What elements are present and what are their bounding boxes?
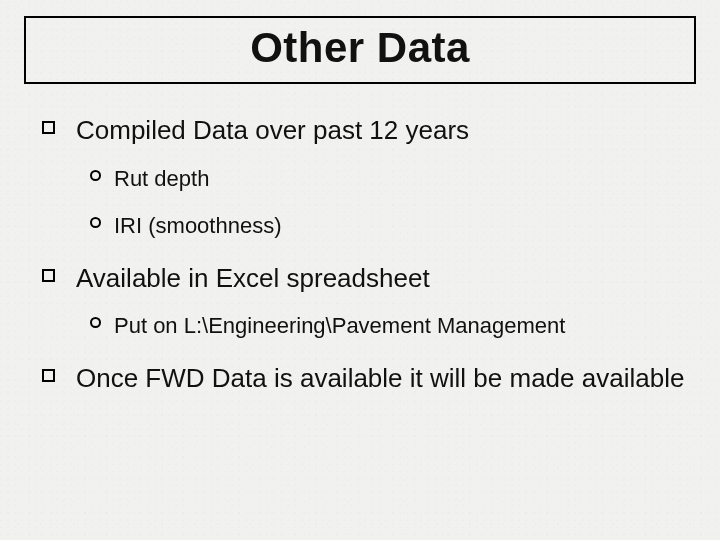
list-item: Compiled Data over past 12 years Rut dep… <box>42 114 688 240</box>
list-item-label: Available in Excel spreadsheet <box>76 263 430 293</box>
list-item: IRI (smoothness) <box>90 212 688 240</box>
list-item: Once FWD Data is available it will be ma… <box>42 362 688 395</box>
bullet-list: Compiled Data over past 12 years Rut dep… <box>24 114 696 394</box>
title-frame: Other Data <box>24 16 696 84</box>
list-item-label: Once FWD Data is available it will be ma… <box>76 363 684 393</box>
list-item-label: Put on L:\Engineering\Pavement Managemen… <box>114 313 565 338</box>
sub-list: Put on L:\Engineering\Pavement Managemen… <box>76 312 688 340</box>
slide: Other Data Compiled Data over past 12 ye… <box>0 0 720 540</box>
list-item: Put on L:\Engineering\Pavement Managemen… <box>90 312 688 340</box>
list-item: Rut depth <box>90 165 688 193</box>
sub-list: Rut depth IRI (smoothness) <box>76 165 688 240</box>
list-item-label: Compiled Data over past 12 years <box>76 115 469 145</box>
list-item: Available in Excel spreadsheet Put on L:… <box>42 262 688 340</box>
list-item-label: IRI (smoothness) <box>114 213 282 238</box>
list-item-label: Rut depth <box>114 166 209 191</box>
slide-title: Other Data <box>30 24 690 72</box>
